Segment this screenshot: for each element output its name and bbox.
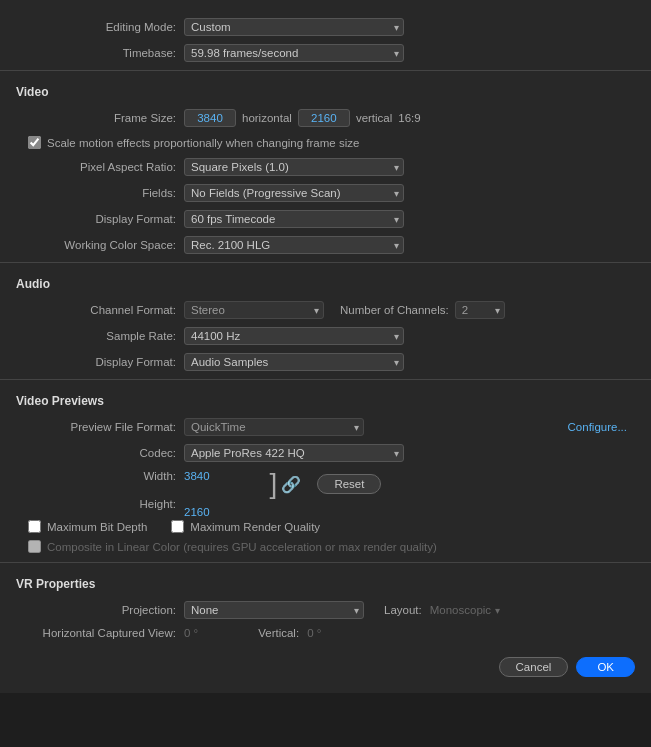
settings-dialog: Editing Mode: Custom Timebase: 59.98 fra… xyxy=(0,0,651,693)
sample-rate-select-wrap: 44100 Hz xyxy=(184,327,404,345)
composite-linear-checkbox[interactable] xyxy=(28,540,41,553)
timebase-row: Timebase: 59.98 frames/second xyxy=(0,42,651,64)
editing-mode-label: Editing Mode: xyxy=(16,21,176,33)
fields-row: Fields: No Fields (Progressive Scan) xyxy=(0,182,651,204)
layout-value: Monoscopic xyxy=(430,604,491,616)
footer: Cancel OK xyxy=(0,645,651,681)
display-format-audio-label: Display Format: xyxy=(16,356,176,368)
composite-linear-label: Composite in Linear Color (requires GPU … xyxy=(47,541,437,553)
fields-label: Fields: xyxy=(16,187,176,199)
video-previews-section-header: Video Previews xyxy=(0,386,651,412)
display-format-video-select[interactable]: 60 fps Timecode xyxy=(184,210,404,228)
max-bit-depth-label: Maximum Bit Depth xyxy=(47,521,147,533)
preview-file-format-row: Preview File Format: QuickTime Configure… xyxy=(0,416,651,438)
scale-checkbox[interactable] xyxy=(28,136,41,149)
preview-file-format-select[interactable]: QuickTime xyxy=(184,418,364,436)
num-channels-select-wrap: 2 xyxy=(455,301,505,319)
link-icon: 🔗 xyxy=(281,475,301,494)
sample-rate-select[interactable]: 44100 Hz xyxy=(184,327,404,345)
horizontal-captured-view-label: Horizontal Captured View: xyxy=(16,627,176,639)
max-bit-depth-group: Maximum Bit Depth xyxy=(28,520,147,533)
fields-select[interactable]: No Fields (Progressive Scan) xyxy=(184,184,404,202)
working-color-space-label: Working Color Space: xyxy=(16,239,176,251)
working-color-space-row: Working Color Space: Rec. 2100 HLG xyxy=(0,234,651,256)
preview-height-value: 2160 xyxy=(184,506,210,518)
captured-view-row: Horizontal Captured View: 0 ° Vertical: … xyxy=(0,625,651,641)
editing-mode-select[interactable]: Custom xyxy=(184,18,404,36)
pixel-aspect-ratio-select-wrap: Square Pixels (1.0) xyxy=(184,158,404,176)
preview-height-label: Height: xyxy=(16,498,176,510)
channel-format-select-wrap: Stereo xyxy=(184,301,324,319)
max-render-quality-checkbox[interactable] xyxy=(171,520,184,533)
reset-button[interactable]: Reset xyxy=(317,474,381,494)
sample-rate-row: Sample Rate: 44100 Hz xyxy=(0,325,651,347)
timebase-label: Timebase: xyxy=(16,47,176,59)
cancel-button[interactable]: Cancel xyxy=(499,657,569,677)
preview-width-value: 3840 xyxy=(184,470,210,482)
display-format-audio-select-wrap: Audio Samples xyxy=(184,353,404,371)
channel-format-row: Channel Format: Stereo Number of Channel… xyxy=(0,299,651,321)
editing-mode-select-wrap: Custom xyxy=(184,18,404,36)
working-color-space-select-wrap: Rec. 2100 HLG xyxy=(184,236,404,254)
max-render-quality-label: Maximum Render Quality xyxy=(190,521,320,533)
codec-label: Codec: xyxy=(16,447,176,459)
codec-row: Codec: Apple ProRes 422 HQ xyxy=(0,442,651,464)
frame-size-row: Frame Size: horizontal vertical 16:9 xyxy=(0,107,651,129)
scale-checkbox-label: Scale motion effects proportionally when… xyxy=(47,137,359,149)
preview-height-label-row: Height: xyxy=(0,496,651,512)
num-channels-select[interactable]: 2 xyxy=(455,301,505,319)
pixel-aspect-ratio-row: Pixel Aspect Ratio: Square Pixels (1.0) xyxy=(0,156,651,178)
fields-select-wrap: No Fields (Progressive Scan) xyxy=(184,184,404,202)
horizontal-label: horizontal xyxy=(242,112,292,124)
ok-button[interactable]: OK xyxy=(576,657,635,677)
layout-dropdown-arrow: ▾ xyxy=(495,605,500,616)
sample-rate-label: Sample Rate: xyxy=(16,330,176,342)
pixel-aspect-ratio-select[interactable]: Square Pixels (1.0) xyxy=(184,158,404,176)
display-format-audio-row: Display Format: Audio Samples xyxy=(0,351,651,373)
pixel-aspect-ratio-label: Pixel Aspect Ratio: xyxy=(16,161,176,173)
vertical-label: vertical xyxy=(356,112,392,124)
horizontal-captured-view-value: 0 ° xyxy=(184,627,198,639)
projection-label: Projection: xyxy=(16,604,176,616)
preview-width-label: Width: xyxy=(16,470,176,482)
codec-select[interactable]: Apple ProRes 422 HQ xyxy=(184,444,404,462)
projection-select-wrap: None xyxy=(184,601,364,619)
configure-link[interactable]: Configure... xyxy=(568,421,627,433)
frame-height-input[interactable] xyxy=(298,109,350,127)
preview-file-format-select-wrap: QuickTime xyxy=(184,418,364,436)
bracket-reset-group: ] 🔗 Reset xyxy=(270,470,382,498)
display-format-video-select-wrap: 60 fps Timecode xyxy=(184,210,404,228)
projection-select[interactable]: None xyxy=(184,601,364,619)
editing-mode-row: Editing Mode: Custom xyxy=(0,16,651,38)
num-channels-label: Number of Channels: xyxy=(340,304,449,316)
aspect-ratio: 16:9 xyxy=(398,112,420,124)
frame-width-input[interactable] xyxy=(184,109,236,127)
bracket-icon: ] xyxy=(270,470,278,498)
max-bit-depth-checkbox[interactable] xyxy=(28,520,41,533)
max-render-quality-group: Maximum Render Quality xyxy=(171,520,320,533)
working-color-space-select[interactable]: Rec. 2100 HLG xyxy=(184,236,404,254)
vr-properties-section-header: VR Properties xyxy=(0,569,651,595)
codec-select-wrap: Apple ProRes 422 HQ xyxy=(184,444,404,462)
timebase-select[interactable]: 59.98 frames/second xyxy=(184,44,404,62)
timebase-select-wrap: 59.98 frames/second xyxy=(184,44,404,62)
display-format-audio-select[interactable]: Audio Samples xyxy=(184,353,404,371)
display-format-video-label: Display Format: xyxy=(16,213,176,225)
display-format-video-row: Display Format: 60 fps Timecode xyxy=(0,208,651,230)
frame-size-label: Frame Size: xyxy=(16,112,176,124)
scale-checkbox-row: Scale motion effects proportionally when… xyxy=(0,133,651,152)
composite-linear-row: Composite in Linear Color (requires GPU … xyxy=(0,537,651,556)
channel-format-label: Channel Format: xyxy=(16,304,176,316)
preview-dimensions-row: Width: 3840 2160 ] 🔗 Reset xyxy=(0,468,651,520)
quality-checkboxes-row: Maximum Bit Depth Maximum Render Quality xyxy=(0,516,651,537)
projection-row: Projection: None Layout: Monoscopic ▾ xyxy=(0,599,651,621)
audio-section-header: Audio xyxy=(0,269,651,295)
video-section-header: Video xyxy=(0,77,651,103)
frame-size-controls: horizontal vertical 16:9 xyxy=(184,109,421,127)
layout-label: Layout: xyxy=(384,604,422,616)
vertical-value: 0 ° xyxy=(307,627,321,639)
preview-file-format-label: Preview File Format: xyxy=(16,421,176,433)
preview-wh-inputs: 3840 2160 xyxy=(184,470,210,518)
vertical-label: Vertical: xyxy=(258,627,299,639)
channel-format-select[interactable]: Stereo xyxy=(184,301,324,319)
